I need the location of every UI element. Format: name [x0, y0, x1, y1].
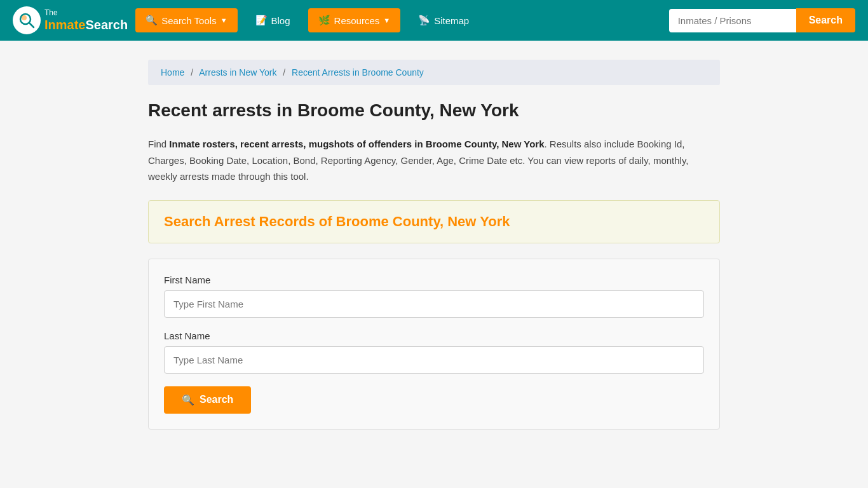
- search-tools-button[interactable]: 🔍 Search Tools ▼: [135, 8, 237, 32]
- search-section-header: Search Arrest Records of Broome County, …: [148, 200, 720, 243]
- desc-part1: Find: [148, 139, 169, 149]
- breadcrumb-sep-2: /: [283, 67, 285, 78]
- sitemap-icon: 📡: [418, 15, 430, 26]
- search-section-title: Search Arrest Records of Broome County, …: [164, 214, 704, 230]
- blog-icon: 📝: [255, 15, 268, 26]
- desc-bold: Inmate rosters, recent arrests, mugshots…: [169, 139, 544, 149]
- logo-text: The InmateSearch: [44, 9, 128, 31]
- last-name-group: Last Name: [164, 330, 704, 374]
- sitemap-label: Sitemap: [434, 15, 469, 26]
- search-submit-button[interactable]: 🔍 Search: [164, 386, 251, 414]
- arrest-search-form: First Name Last Name 🔍 Search: [148, 259, 720, 430]
- header-search-wrap: Search: [669, 8, 855, 32]
- resources-dropdown-icon: ▼: [383, 17, 390, 24]
- last-name-input[interactable]: [164, 346, 704, 374]
- search-submit-icon: 🔍: [182, 394, 194, 406]
- header-search-input[interactable]: [669, 9, 796, 32]
- first-name-group: First Name: [164, 274, 704, 318]
- page-title: Recent arrests in Broome County, New Yor…: [148, 100, 720, 121]
- search-tools-dropdown-icon: ▼: [220, 17, 227, 24]
- last-name-label: Last Name: [164, 330, 704, 341]
- site-header: The InmateSearch 🔍 Search Tools ▼ 📝 Blog…: [0, 0, 868, 41]
- resources-label: Resources: [334, 15, 380, 26]
- svg-line-1: [29, 23, 34, 27]
- resources-icon: 🌿: [318, 15, 330, 26]
- blog-label: Blog: [271, 15, 290, 26]
- breadcrumb-sep-1: /: [191, 67, 193, 78]
- first-name-label: First Name: [164, 274, 704, 285]
- site-logo[interactable]: The InmateSearch: [13, 6, 128, 34]
- header-search-label: Search: [809, 15, 843, 25]
- breadcrumb-home[interactable]: Home: [161, 67, 184, 78]
- header-search-button[interactable]: Search: [796, 8, 855, 32]
- breadcrumb-current: Recent Arrests in Broome County: [292, 67, 424, 78]
- blog-button[interactable]: 📝 Blog: [245, 8, 301, 32]
- resources-button[interactable]: 🌿 Resources ▼: [308, 8, 401, 32]
- main-content: Home / Arrests in New York / Recent Arre…: [135, 60, 733, 430]
- breadcrumb-arrests-ny[interactable]: Arrests in New York: [199, 67, 276, 78]
- logo-icon: [13, 6, 41, 34]
- breadcrumb: Home / Arrests in New York / Recent Arre…: [148, 60, 720, 85]
- sitemap-button[interactable]: 📡 Sitemap: [408, 8, 479, 32]
- svg-point-2: [22, 15, 27, 20]
- first-name-input[interactable]: [164, 290, 704, 318]
- search-tools-label: Search Tools: [161, 15, 216, 26]
- page-description: Find Inmate rosters, recent arrests, mug…: [148, 136, 720, 185]
- search-submit-label: Search: [200, 394, 233, 405]
- search-tools-icon: 🔍: [146, 15, 158, 26]
